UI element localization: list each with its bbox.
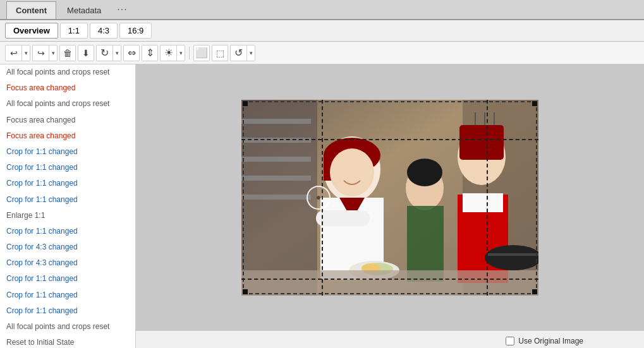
svg-rect-21 (463, 193, 503, 212)
handle-bl (243, 289, 248, 294)
tab-metadata[interactable]: Metadata (58, 1, 111, 19)
tab-more[interactable]: ··· (112, 0, 132, 19)
brightness-button[interactable]: ☀ (160, 45, 176, 61)
svg-rect-19 (459, 125, 504, 160)
image-area: Use Original Image (136, 64, 644, 348)
history-item[interactable]: Crop for 1:1 changed (0, 192, 135, 208)
subtab-4-3[interactable]: 4:3 (90, 23, 118, 39)
subtab-overview[interactable]: Overview (5, 23, 58, 39)
subtab-16-9[interactable]: 16:9 (119, 23, 152, 39)
mirror-h-button[interactable]: ⇔ (123, 45, 140, 61)
workspace: All focal points and crops reset Focus a… (0, 64, 644, 348)
svg-rect-4 (241, 157, 311, 162)
chef-image-wrapper (241, 100, 538, 296)
history-item[interactable]: All focal points and crops reset (0, 319, 135, 335)
crop-button[interactable]: ⬜ (193, 45, 210, 61)
history-item[interactable]: Enlarge 1:1 (0, 208, 135, 224)
undo-dropdown[interactable]: ▾ (21, 45, 30, 61)
tab-content[interactable]: Content (6, 1, 56, 19)
history-dropdown[interactable]: ▾ (246, 45, 255, 61)
undo-group: ↩ ▾ (5, 45, 30, 61)
history-item[interactable]: Focus area changed (0, 128, 135, 144)
handle-tl (243, 101, 248, 106)
history-item[interactable]: Crop for 4:3 changed (0, 255, 135, 271)
history-item[interactable]: Reset to Initial State (0, 335, 135, 348)
sub-tab-bar: Overview 1:1 4:3 16:9 (0, 20, 644, 42)
history-item[interactable]: Crop for 1:1 changed (0, 160, 135, 176)
history-item[interactable]: Crop for 1:1 changed (0, 176, 135, 191)
top-tab-bar: Content Metadata ··· (0, 0, 644, 20)
history-item[interactable]: Focus area changed (0, 112, 135, 128)
use-original-text: Use Original Image (518, 337, 583, 345)
history-item[interactable]: Crop for 1:1 changed (0, 287, 135, 303)
handle-tr (532, 101, 537, 106)
rotate-dropdown[interactable]: ▾ (112, 45, 121, 61)
svg-rect-6 (241, 195, 311, 200)
history-item[interactable]: Focus area changed (0, 80, 135, 96)
history-panel: All focal points and crops reset Focus a… (0, 64, 136, 348)
history-item[interactable]: Crop for 1:1 changed (0, 271, 135, 287)
chef-photo (241, 100, 538, 296)
svg-rect-5 (241, 176, 311, 181)
history-group: ↺ ▾ (230, 45, 255, 61)
svg-rect-30 (241, 270, 538, 296)
content-area: Overview 1:1 4:3 16:9 ↩ ▾ ↪ ▾ 🗑 ⬇ ↻ ▾ (0, 20, 644, 348)
history-button[interactable]: ↺ (230, 45, 246, 61)
history-item[interactable]: All focal points and crops reset (0, 64, 135, 80)
handle-br (532, 289, 537, 294)
redo-button[interactable]: ↪ (32, 45, 49, 61)
selection-button[interactable]: ⬚ (212, 45, 228, 61)
history-item[interactable]: Crop for 1:1 changed (0, 224, 135, 239)
brightness-dropdown[interactable]: ▾ (176, 45, 185, 61)
rotate-group: ↻ ▾ (96, 45, 121, 61)
redo-dropdown[interactable]: ▾ (49, 45, 58, 61)
focus-center-dot (317, 196, 320, 200)
svg-point-14 (330, 148, 374, 196)
svg-rect-3 (241, 138, 311, 143)
use-original-checkbox[interactable] (506, 337, 514, 345)
svg-rect-17 (316, 210, 370, 226)
undo-button[interactable]: ↩ (5, 45, 21, 61)
download-button[interactable]: ⬇ (78, 45, 94, 61)
subtab-1-1[interactable]: 1:1 (60, 23, 88, 39)
history-item[interactable]: Crop for 4:3 changed (0, 239, 135, 255)
separator-1 (189, 47, 190, 59)
rotate-button[interactable]: ↻ (96, 45, 112, 61)
mirror-v-button[interactable]: ⇕ (142, 45, 158, 61)
brightness-group: ☀ ▾ (160, 45, 185, 61)
history-item[interactable]: Crop for 1:1 changed (0, 303, 135, 319)
svg-rect-2 (241, 119, 311, 124)
delete-button[interactable]: 🗑 (59, 45, 76, 61)
bottom-bar: Use Original Image (136, 330, 644, 348)
svg-point-23 (407, 159, 442, 186)
toolbar: ↩ ▾ ↪ ▾ 🗑 ⬇ ↻ ▾ ⇔ ⇕ ☀ ▾ ⬜ ⬚ (0, 42, 644, 64)
use-original-label: Use Original Image (506, 337, 583, 345)
image-canvas[interactable] (136, 64, 644, 330)
history-item[interactable]: Crop for 1:1 changed (0, 144, 135, 160)
redo-group: ↪ ▾ (32, 45, 58, 61)
history-item[interactable]: All focal points and crops reset (0, 96, 135, 112)
